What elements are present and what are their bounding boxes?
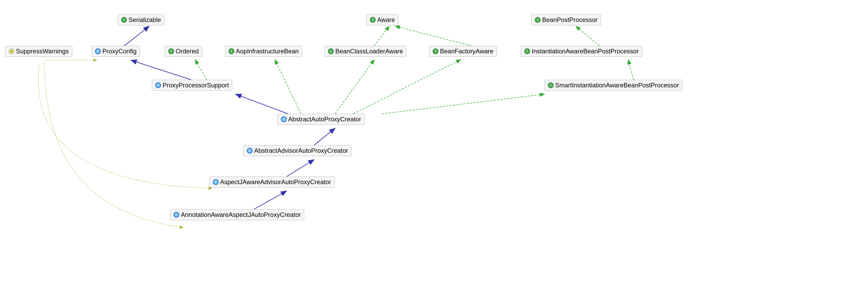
class-icon: C [213, 179, 219, 185]
svg-line-17 [254, 191, 287, 209]
node-label: Serializable [128, 16, 161, 24]
node-label: AbstractAutoProxyCreator [288, 115, 361, 123]
node-suppress-warnings: @ SuppressWarnings [5, 46, 72, 57]
node-label: AopInfrastructureBean [236, 47, 299, 55]
interface-icon: I [548, 82, 554, 88]
node-bean-post-processor: I BeanPostProcessor [531, 14, 601, 25]
node-label: Ordered [176, 47, 199, 55]
node-aspectj-aware-advisor: C AspectJAwareAdvisorAutoProxyCreator [209, 176, 335, 188]
interface-icon: I [121, 17, 127, 23]
node-ordered: I Ordered [165, 46, 202, 57]
class-icon: C [174, 212, 179, 217]
svg-line-8 [335, 60, 374, 114]
svg-line-7 [275, 60, 301, 114]
svg-line-6 [236, 94, 288, 114]
interface-icon: I [168, 48, 174, 54]
node-label: SmartInstantiationAwareBeanPostProcessor [555, 81, 679, 89]
node-annotation-aware: C AnnotationAwareAspectJAutoProxyCreator [170, 209, 304, 220]
svg-line-4 [131, 60, 191, 80]
interface-icon: I [228, 48, 234, 54]
svg-line-10 [374, 26, 389, 46]
svg-line-15 [314, 128, 335, 145]
svg-line-13 [628, 60, 633, 80]
node-aop-infra: I AopInfrastructureBean [225, 46, 302, 57]
node-abstract-auto-proxy: C AbstractAutoProxyCreator [277, 114, 365, 125]
node-label: AspectJAwareAdvisorAutoProxyCreator [220, 178, 331, 186]
node-abstract-advisor-auto: C AbstractAdvisorAutoProxyCreator [243, 145, 351, 156]
node-proxy-processor-support: C ProxyProcessorSupport [152, 80, 232, 91]
interface-icon: I [524, 48, 530, 54]
svg-line-5 [195, 60, 207, 80]
class-icon: C [95, 48, 101, 54]
node-label: SuppressWarnings [16, 47, 69, 55]
node-label: BeanFactoryAware [440, 47, 493, 55]
node-instantiation-aware: I InstantiationAwareBeanPostProcessor [521, 46, 642, 57]
node-label: ProxyProcessorSupport [162, 81, 229, 89]
svg-line-12 [576, 26, 599, 46]
class-icon: C [155, 82, 161, 88]
svg-line-14 [382, 94, 545, 114]
interface-icon: I [328, 48, 334, 54]
node-label: Aware [377, 16, 395, 24]
node-bean-factory-aware: I BeanFactoryAware [429, 46, 497, 57]
diagram-container: I Serializable I Aware I BeanPostProcess… [0, 0, 868, 305]
annotation-icon: @ [9, 48, 14, 54]
node-label: AbstractAdvisorAutoProxyCreator [254, 147, 348, 154]
node-aware: I Aware [367, 14, 398, 25]
svg-line-16 [287, 160, 314, 176]
node-bean-class-loader-aware: I BeanClassLoaderAware [324, 46, 406, 57]
node-smart-instantiation: I SmartInstantiationAwareBeanPostProcess… [545, 80, 682, 91]
class-icon: C [281, 116, 287, 122]
svg-line-9 [353, 60, 461, 114]
node-proxy-config: C ProxyConfig [92, 46, 140, 57]
class-icon: C [247, 148, 253, 154]
node-serializable: I Serializable [118, 14, 164, 25]
interface-icon: I [370, 17, 376, 23]
interface-icon: I [535, 17, 540, 23]
node-label: ProxyConfig [102, 47, 137, 55]
interface-icon: I [433, 48, 438, 54]
node-label: BeanClassLoaderAware [335, 47, 403, 55]
node-label: AnnotationAwareAspectJAutoProxyCreator [181, 211, 301, 218]
node-label: InstantiationAwareBeanPostProcessor [532, 47, 639, 55]
svg-line-11 [395, 26, 471, 46]
node-label: BeanPostProcessor [542, 16, 598, 24]
svg-line-3 [124, 26, 149, 46]
